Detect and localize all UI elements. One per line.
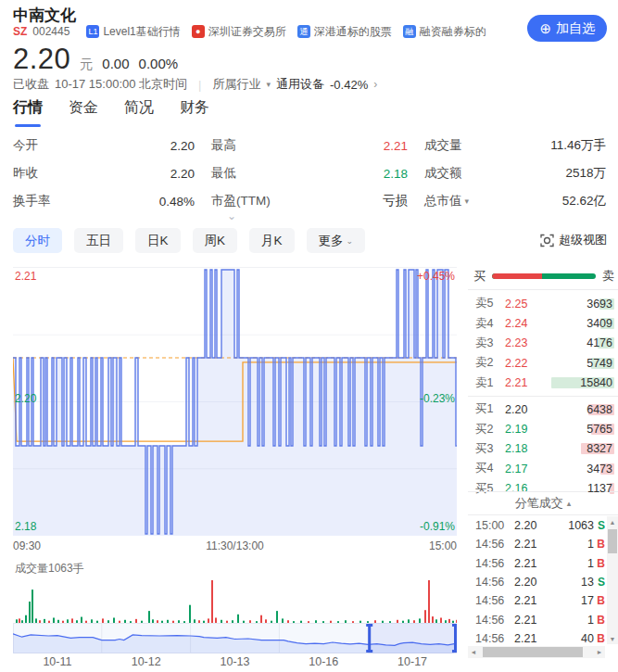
stat-market-cap[interactable]: 总市值▾52.62亿 <box>424 193 606 209</box>
super-view-icon <box>540 234 554 247</box>
add-watchlist-button[interactable]: ⊕ 加自选 <box>527 15 607 42</box>
triangle-up-icon: ▴ <box>567 499 572 508</box>
chevron-down-icon: ⌄ <box>347 236 354 246</box>
add-watchlist-label: 加自选 <box>556 20 595 37</box>
szse-icon: ● <box>192 25 205 38</box>
super-view-label: 超级视图 <box>559 232 607 248</box>
current-price: 2.20 <box>13 43 70 76</box>
stat-open: 今开2.20 <box>13 137 195 154</box>
pct-label-mid: -0.23% <box>420 392 455 405</box>
nav-date: 10-16 <box>279 655 368 668</box>
price-change: 0.00 <box>102 56 129 71</box>
industry-change: -0.42% <box>330 78 368 92</box>
period-weekly[interactable]: 周K <box>193 228 238 253</box>
tick-horizontal-scrollbar[interactable]: ◄ ► <box>468 646 605 658</box>
x-label-open: 09:30 <box>13 539 41 552</box>
nav-date: 10-11 <box>13 655 102 668</box>
ask-row-4[interactable]: 卖42.243409 <box>468 313 618 333</box>
nav-date: 10-17 <box>368 655 457 668</box>
stat-low: 最低2.18 <box>211 165 408 182</box>
stat-pe: 市盈(TTM)亏损 <box>211 193 408 209</box>
ask-row-1[interactable]: 卖12.2115840 <box>468 374 618 393</box>
badge-hk-connect: 通 深港通标的股票 <box>297 24 392 40</box>
period-monthly[interactable]: 月K <box>249 228 295 253</box>
x-label-close: 15:00 <box>429 539 457 552</box>
ask-row-5[interactable]: 卖52.253693 <box>468 294 618 313</box>
period-more[interactable]: 更多⌄ <box>307 228 366 253</box>
buy-segment <box>492 273 542 279</box>
status-row: 已收盘 10-17 15:00:00 北京时间 | 所属行业 ▾ 通用设备 -0… <box>13 76 377 93</box>
tick-row[interactable]: 14:562.2140B <box>468 629 607 644</box>
time-axis: 09:30 11:30/13:00 15:00 <box>13 539 457 552</box>
price-unit: 元 <box>80 57 93 73</box>
triangle-down-icon: ▾ <box>465 197 470 206</box>
bid-row-3[interactable]: 买32.188327 <box>468 439 618 459</box>
book-divider <box>468 396 618 397</box>
stock-meta-row: SZ 002445 L1 Level1基础行情 ● 深圳证券交易所 通 深港通标… <box>13 24 486 39</box>
tick-row[interactable]: 14:562.2013S <box>468 573 607 591</box>
badge-label: 深港通标的股票 <box>314 24 392 40</box>
margin-icon: 融 <box>403 25 416 38</box>
page-title: 中南文化 <box>13 5 76 26</box>
market-state: 已收盘 <box>13 76 49 93</box>
period-minute[interactable]: 分时 <box>13 228 62 253</box>
period-5day[interactable]: 五日 <box>74 228 123 253</box>
minute-chart-svg <box>13 268 457 536</box>
tab-funds[interactable]: 资金 <box>69 98 98 127</box>
pct-label-low: -0.91% <box>420 520 455 533</box>
plus-circle-icon: ⊕ <box>539 21 551 35</box>
tick-row[interactable]: 14:562.211B <box>468 610 607 628</box>
tick-row[interactable]: 14:562.2117B <box>468 591 607 610</box>
badge-label: 融资融券标的 <box>420 24 486 40</box>
industry-name[interactable]: 通用设备 <box>276 76 324 93</box>
tick-list: 15:002.201063S 14:562.211B 14:562.211B 1… <box>468 516 607 644</box>
super-view-button[interactable]: 超级视图 <box>540 232 607 248</box>
triangle-down-icon: ▾ <box>266 80 271 89</box>
vscroll-thumb[interactable] <box>608 529 617 553</box>
tick-vertical-scrollbar[interactable]: ▲ ▼ <box>607 516 618 644</box>
tick-row[interactable]: 14:562.211B <box>468 535 607 553</box>
stock-code: 002445 <box>32 25 69 38</box>
pct-label-high: +0.45% <box>417 270 455 283</box>
tab-profile[interactable]: 简况 <box>124 98 154 127</box>
level1-icon: L1 <box>86 25 99 38</box>
tick-row[interactable]: 14:562.211B <box>468 554 607 573</box>
volume-svg <box>13 578 457 623</box>
hscroll-track[interactable] <box>479 646 594 658</box>
hscroll-thumb[interactable] <box>483 647 583 657</box>
nav-date: 10-12 <box>102 655 191 668</box>
y-label-high: 2.21 <box>15 270 36 283</box>
ask-row-3[interactable]: 卖32.234176 <box>468 334 618 353</box>
quote-time: 10-17 15:00:00 北京时间 <box>55 76 187 93</box>
badge-margin: 融 融资融券标的 <box>403 24 486 40</box>
scroll-down-icon[interactable]: ▼ <box>607 633 618 644</box>
bid-row-2[interactable]: 买22.195765 <box>468 419 618 438</box>
sell-label: 卖 <box>602 268 614 285</box>
ask-row-2[interactable]: 卖22.225749 <box>468 353 618 373</box>
minute-chart[interactable]: 2.21 2.20 2.18 +0.45% -0.23% -0.91% <box>13 267 457 536</box>
tick-row[interactable]: 15:002.201063S <box>468 516 607 535</box>
navigator-dates: 10-11 10-12 10-13 10-16 10-17 <box>13 655 457 668</box>
period-daily[interactable]: 日K <box>135 228 181 253</box>
stat-turnover-rate: 换手率0.48% <box>13 193 195 209</box>
chevron-right-icon[interactable]: › <box>373 78 377 91</box>
stats-expander[interactable]: ⌄ <box>0 209 463 222</box>
stat-high: 最高2.21 <box>211 137 408 154</box>
pressure-bar <box>492 273 596 279</box>
x-label-midday: 11:30/13:00 <box>206 539 264 552</box>
main-tabs: 行情 资金 简况 财务 <box>13 98 209 127</box>
scroll-up-icon[interactable]: ▲ <box>607 516 618 527</box>
tab-financials[interactable]: 财务 <box>180 98 209 127</box>
industry-label[interactable]: 所属行业 <box>212 76 260 93</box>
exchange-label: SZ <box>13 25 27 38</box>
order-book: 卖52.253693 卖42.243409 卖32.234176 卖22.225… <box>468 289 618 499</box>
bid-row-4[interactable]: 买42.173473 <box>468 459 618 478</box>
price-change-pct: 0.00% <box>139 56 179 71</box>
scroll-right-icon[interactable]: ► <box>594 649 605 655</box>
bid-row-1[interactable]: 买12.206438 <box>468 399 618 419</box>
tab-quote[interactable]: 行情 <box>13 98 43 127</box>
chevron-down-icon: ⌄ <box>227 209 236 222</box>
scroll-left-icon[interactable]: ◄ <box>468 649 479 655</box>
chart-navigator[interactable] <box>13 623 457 653</box>
volume-pane[interactable] <box>13 578 457 623</box>
